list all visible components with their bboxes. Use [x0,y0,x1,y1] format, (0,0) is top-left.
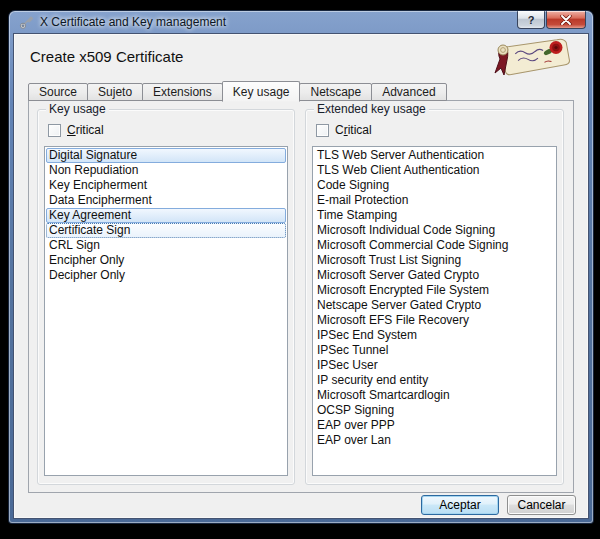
key-usage-list-item[interactable]: Encipher Only [46,253,286,268]
tab[interactable]: Extensions [142,83,223,101]
close-button[interactable] [546,11,586,29]
extended-key-usage-list-item[interactable]: Microsoft Server Gated Crypto [314,268,555,283]
key-usage-list-item[interactable]: Data Encipherment [46,193,286,208]
key-usage-list-item[interactable]: Decipher Only [46,268,286,283]
extended-key-usage-list-item[interactable]: Time Stamping [314,208,555,223]
page-title: Create x509 Certificate [30,48,183,65]
certificate-scroll-logo [486,38,576,84]
titlebar[interactable]: X Certificate and Key management [9,11,593,33]
key-usage-critical-row: Critical [48,123,104,137]
extended-key-usage-list-item[interactable]: TLS Web Client Authentication [314,163,555,178]
extended-key-usage-list-item[interactable]: Microsoft Individual Code Signing [314,223,555,238]
key-usage-list-item[interactable]: Digital Signature [46,148,286,163]
extended-key-usage-list-item[interactable]: TLS Web Server Authentication [314,148,555,163]
key-usage-group-title: Key usage [46,102,109,116]
window-title: X Certificate and Key management [40,15,226,29]
extended-key-usage-group: Extended key usage Critical TLS Web Serv… [305,109,564,485]
key-usage-list[interactable]: Digital SignatureNon RepudiationKey Enci… [44,146,288,476]
extended-key-usage-list-item[interactable]: Microsoft Trust List Signing [314,253,555,268]
extended-key-usage-list-item[interactable]: IPSec Tunnel [314,343,555,358]
key-usage-critical-checkbox[interactable] [48,124,61,137]
extended-key-usage-list-item[interactable]: Netscape Server Gated Crypto [314,298,555,313]
cancel-button[interactable]: Cancelar [507,495,576,515]
extended-key-usage-list-item[interactable]: EAP over Lan [314,433,555,448]
accept-button[interactable]: Aceptar [421,495,499,515]
extended-key-usage-list-item[interactable]: Code Signing [314,178,555,193]
key-usage-list-item[interactable]: Key Encipherment [46,178,286,193]
extended-key-usage-list-item[interactable]: Microsoft EFS File Recovery [314,313,555,328]
tab[interactable]: Key usage [222,81,301,102]
extended-key-usage-list-item[interactable]: Microsoft Commercial Code Signing [314,238,555,253]
extended-key-usage-list-item[interactable]: E-mail Protection [314,193,555,208]
dialog-window: X Certificate and Key management ? Creat… [9,11,593,523]
extended-key-usage-list-item[interactable]: Microsoft Encrypted File System [314,283,555,298]
help-button[interactable]: ? [517,11,545,29]
extended-key-usage-list[interactable]: TLS Web Server AuthenticationTLS Web Cli… [312,146,557,476]
extended-key-usage-list-item[interactable]: OCSP Signing [314,403,555,418]
tab[interactable]: Sujeto [87,83,143,101]
key-usage-group: Key usage Critical Digital SignatureNon … [37,109,295,485]
extended-key-usage-list-item[interactable]: EAP over PPP [314,418,555,433]
tab[interactable]: Netscape [299,83,372,101]
tab-panel: Key usage Critical Digital SignatureNon … [28,100,574,493]
key-usage-list-item[interactable]: Key Agreement [46,208,286,223]
key-usage-list-item[interactable]: CRL Sign [46,238,286,253]
tab-bar: SourceSujetoExtensionsKey usageNetscapeA… [28,80,446,101]
extended-key-usage-list-item[interactable]: Microsoft Smartcardlogin [314,388,555,403]
extended-key-usage-critical-row: Critical [316,123,372,137]
key-usage-list-item[interactable]: Certificate Sign [46,223,286,238]
extended-key-usage-critical-label: Critical [335,123,372,137]
extended-key-usage-list-item[interactable]: IP security end entity [314,373,555,388]
key-usage-critical-label: Critical [67,123,104,137]
extended-key-usage-group-title: Extended key usage [314,102,429,116]
help-icon: ? [528,14,535,26]
key-usage-list-item[interactable]: Non Repudiation [46,163,286,178]
dialog-client-area: Create x509 Certificate SourceSujetoExte… [13,33,589,519]
extended-key-usage-list-item[interactable]: IPSec User [314,358,555,373]
close-icon [560,15,572,25]
tab[interactable]: Advanced [371,83,446,101]
window-controls: ? [517,11,586,29]
tab[interactable]: Source [28,83,88,101]
key-icon [19,15,34,30]
extended-key-usage-critical-checkbox[interactable] [316,124,329,137]
extended-key-usage-list-item[interactable]: IPSec End System [314,328,555,343]
